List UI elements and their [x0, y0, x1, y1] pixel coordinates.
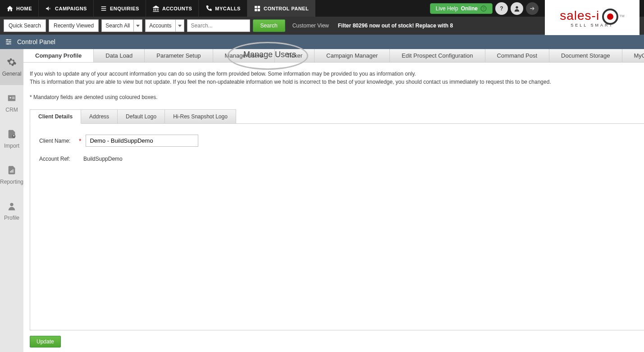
filter-ticker: Filter 80296 now out of stock! Replace w… — [338, 23, 453, 29]
report-icon — [7, 165, 17, 175]
live-help-prefix: Live Help — [436, 5, 458, 12]
nav-accounts-label: ACCOUNTS — [162, 6, 192, 11]
client-name-label: Client Name: — [39, 138, 74, 144]
tab-manage-users[interactable]: Manage Users — [213, 49, 275, 62]
tab-label: Parameter Setup — [156, 52, 201, 59]
account-ref-row: Account Ref: BuildSuppDemo — [39, 156, 644, 162]
svg-point-4 — [7, 39, 8, 41]
subtab-label: Client Details — [38, 113, 73, 120]
id-card-icon — [7, 93, 17, 103]
tab-campaign-manager[interactable]: Campaign Manager — [315, 49, 390, 62]
sidebar-item-reporting[interactable]: Reporting — [0, 157, 23, 193]
tab-label: Command Post — [497, 52, 538, 59]
subtab-address[interactable]: Address — [81, 109, 118, 123]
nav-campaigns[interactable]: CAMPAIGNS — [39, 0, 94, 17]
tab-document-storage[interactable]: Document Storage — [549, 49, 622, 62]
tab-company-profile[interactable]: Company Profile — [23, 49, 94, 62]
client-details-panel: Client Name: * Account Ref: BuildSuppDem… — [30, 123, 644, 330]
update-button[interactable]: Update — [30, 336, 61, 347]
svg-point-8 — [9, 97, 11, 99]
sidebar-item-crm[interactable]: CRM — [0, 85, 23, 121]
nav-control-panel[interactable]: CONTROL PANEL — [247, 0, 315, 17]
nav-mycalls[interactable]: MYCALLS — [199, 0, 247, 17]
help-button[interactable]: ? — [495, 2, 508, 15]
breadcrumb: Control Panel — [0, 35, 644, 49]
account-ref-label: Account Ref: — [39, 156, 74, 162]
user-button[interactable] — [511, 2, 523, 15]
nav-campaigns-label: CAMPAIGNS — [55, 6, 87, 11]
tab-label: Manage Users — [225, 52, 263, 59]
live-help-button[interactable]: Live Help Online ? — [430, 3, 493, 14]
svg-point-3 — [516, 6, 518, 8]
tab-edit-prospect-configuration[interactable]: Edit Prospect Configuration — [390, 49, 485, 62]
subtab-hires-snapshot-logo[interactable]: Hi-Res Snapshot Logo — [164, 109, 236, 123]
sidebar-item-profile[interactable]: Profile — [0, 193, 23, 229]
subtab-label: Address — [89, 113, 109, 120]
sidebar: General CRM Import Reporting Profile — [0, 49, 23, 352]
search-input[interactable] — [187, 19, 250, 32]
nav-enquiries[interactable]: ENQUIRIES — [94, 0, 146, 17]
info-text-1: If you wish to update any of your accoun… — [30, 70, 644, 78]
brand-name: sales-i — [560, 9, 599, 23]
svg-point-6 — [7, 43, 9, 45]
gear-icon — [7, 57, 17, 67]
brand-tm: TM — [619, 14, 625, 18]
tab-ticker[interactable]: Ticker — [275, 49, 315, 62]
nav-home[interactable]: HOME — [0, 0, 39, 17]
subtab-client-details[interactable]: Client Details — [30, 109, 81, 124]
recently-viewed-button[interactable]: Recently Viewed — [49, 19, 99, 32]
tab-label: Campaign Manager — [326, 52, 378, 59]
search-scope-dropdown[interactable]: Search All — [101, 19, 133, 32]
svg-rect-13 — [11, 170, 12, 173]
breadcrumb-title: Control Panel — [17, 38, 55, 45]
search-button[interactable]: Search — [253, 19, 285, 32]
svg-rect-9 — [12, 97, 14, 97]
sidebar-item-import[interactable]: Import — [0, 121, 23, 157]
nav-enquiries-label: ENQUIRIES — [110, 6, 139, 11]
phone-icon — [205, 5, 212, 12]
quick-search-button[interactable]: Quick Search — [4, 19, 46, 32]
subtab-default-logo[interactable]: Default Logo — [117, 109, 165, 123]
svg-rect-10 — [12, 98, 14, 99]
client-name-input[interactable] — [86, 135, 198, 147]
brand-circle-icon — [602, 9, 618, 25]
live-help-status: Online — [461, 5, 478, 12]
search-type-dropdown[interactable]: Accounts — [145, 19, 175, 32]
tab-command-post[interactable]: Command Post — [485, 49, 550, 62]
logout-button[interactable] — [526, 2, 539, 15]
user-icon — [513, 5, 521, 12]
grid-icon — [254, 5, 261, 12]
search-type-label: Accounts — [149, 23, 171, 29]
sidebar-item-label: Import — [4, 143, 19, 149]
sidebar-item-label: Profile — [4, 215, 19, 221]
tab-label: Ticker — [287, 52, 302, 59]
arrow-right-icon — [529, 5, 536, 12]
customer-view-link[interactable]: Customer View — [292, 23, 329, 29]
subtab-label: Hi-Res Snapshot Logo — [173, 113, 228, 120]
topnav-list: HOME CAMPAIGNS ENQUIRIES ACCOUNTS MYCALL… — [0, 0, 315, 17]
content-area: Company Profile Data Load Parameter Setu… — [23, 49, 644, 352]
sidebar-item-label: General — [2, 71, 22, 77]
search-scope-label: Search All — [105, 23, 130, 29]
megaphone-icon — [45, 5, 52, 12]
svg-point-15 — [10, 203, 13, 206]
tab-label: Document Storage — [561, 52, 610, 59]
svg-rect-14 — [13, 169, 14, 172]
tab-parameter-setup[interactable]: Parameter Setup — [145, 49, 213, 62]
sidebar-item-label: CRM — [5, 107, 18, 113]
info-paragraph: If you wish to update any of your accoun… — [23, 63, 644, 88]
home-icon — [6, 5, 14, 12]
svg-text:?: ? — [483, 6, 485, 10]
required-mark: * — [79, 137, 81, 144]
nav-accounts[interactable]: ACCOUNTS — [146, 0, 199, 17]
sidebar-item-general[interactable]: General — [0, 49, 23, 85]
tab-label: MyCalls — [634, 52, 644, 59]
search-scope-caret[interactable] — [133, 19, 142, 32]
sidebar-item-label: Reporting — [0, 179, 23, 185]
search-type-caret[interactable] — [175, 19, 184, 32]
subtab-label: Default Logo — [126, 113, 156, 120]
tab-mycalls[interactable]: MyCalls — [622, 49, 644, 62]
brand-logo: sales-i TM SELL SMART — [545, 0, 639, 35]
tab-data-load[interactable]: Data Load — [94, 49, 145, 62]
nav-home-label: HOME — [16, 6, 32, 11]
